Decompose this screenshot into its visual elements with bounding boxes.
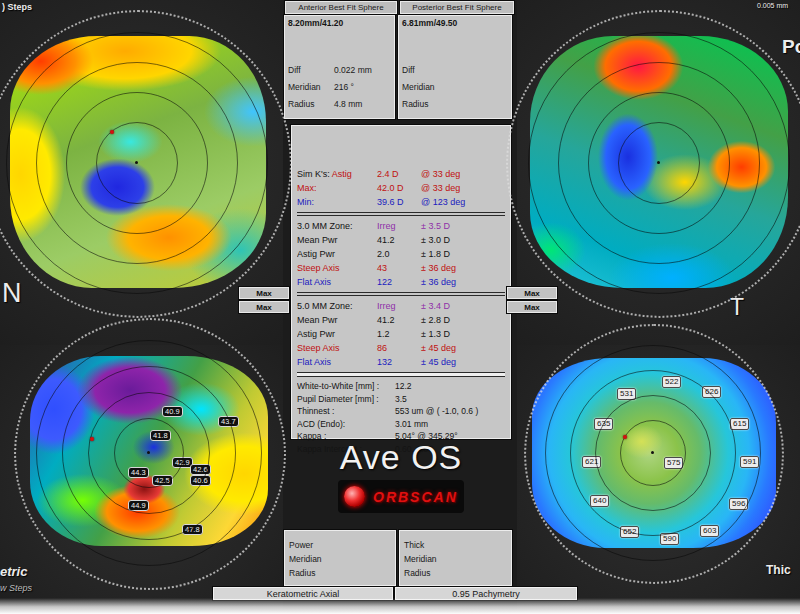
fit-row: Meridian216 ° [284, 78, 395, 95]
stats-row: Steep Axis43± 36 deg [297, 261, 505, 275]
anterior-elevation-map [10, 36, 266, 288]
scale-label: 0.005 mm [757, 2, 788, 9]
posterior-corner-label: Po [782, 36, 800, 58]
orbscan-sphere-icon [344, 486, 365, 507]
stats-panel: Sim K's: Astig2.4 D@ 33 degMax:42.0 D@ 3… [290, 124, 512, 440]
pachymetry-value-pill: 621 [582, 456, 601, 468]
stats-row: Max:42.0 D@ 33 deg [297, 181, 505, 195]
info-row: White-to-White [mm] :12.2 [297, 380, 505, 393]
pachymetry-map: 531522626635615621575591640596652590603 [532, 358, 776, 548]
stats-row: Mean Pwr41.2± 3.0 D [297, 233, 505, 247]
fit-row: Diff0.022 mm [284, 61, 395, 78]
temporal-label: T [730, 294, 744, 321]
pachymetry-value-pill: 531 [617, 388, 636, 400]
keratometric-value-pill: 42.5 [152, 475, 173, 486]
keratometric-value-pill: 42.6 [190, 464, 211, 475]
map-center-dot [147, 451, 150, 454]
pachymetry-value-pill: 522 [662, 376, 681, 388]
max-button-anterior-2[interactable]: Max [238, 300, 290, 314]
anterior-fit-title: 8.20mm/41.20 [288, 18, 343, 28]
stats-row: 3.0 MM Zone:Irreg± 3.5 D [297, 219, 505, 233]
fit-row: Diff [398, 61, 512, 78]
info-row: Thinnest :553 um @ ( -1.0, 0.6 ) [297, 405, 505, 418]
exam-eye-label: Ave OS [290, 438, 512, 477]
pachymetry-value-pill: 626 [702, 386, 721, 398]
anterior-best-fit-sphere-button[interactable]: Anterior Best Fit Sphere [284, 0, 398, 15]
footer-box-row: Thick [399, 538, 512, 552]
max-button-posterior-1[interactable]: Max [506, 286, 558, 300]
fixation-dot [110, 130, 114, 134]
zone5-section: 5.0 MM Zone:Irreg± 3.4 DMean Pwr41.2± 2.… [297, 299, 505, 369]
simk-section: Sim K's: Astig2.4 D@ 33 degMax:42.0 D@ 3… [297, 167, 505, 209]
max-button-posterior-2[interactable]: Max [506, 300, 558, 314]
pachymetry-value-pill: 652 [620, 526, 639, 538]
zone3-section: 3.0 MM Zone:Irreg± 3.5 DMean Pwr41.2± 3.… [297, 219, 505, 289]
posterior-best-fit-sphere-button[interactable]: Posterior Best Fit Sphere [399, 0, 515, 15]
power-box: PowerMeridianRadius [283, 529, 397, 587]
stats-row: Mean Pwr41.2± 2.8 D [297, 313, 505, 327]
max-button-anterior-1[interactable]: Max [238, 286, 290, 300]
keratometric-value-pill: 44.3 [128, 467, 149, 478]
pachymetry-value-pill: 596 [729, 498, 748, 510]
info-row: Pupil Diameter [mm] :3.5 [297, 393, 505, 406]
bottom-fade [0, 598, 800, 614]
stats-row: Flat Axis132± 45 deg [297, 355, 505, 369]
pachymetry-value-pill: 591 [740, 456, 759, 468]
footer-box-row: Meridian [284, 552, 396, 566]
orbscan-logo: ORBSCAN [338, 480, 464, 513]
map-center-dot [657, 161, 660, 164]
keratometric-value-pill: 43.7 [218, 416, 239, 427]
footer-box-row: Power [284, 538, 396, 552]
fit-row: Radius [398, 95, 512, 112]
fixation-dot [623, 435, 627, 439]
keratometric-value-pill: 44.9 [128, 500, 149, 511]
stats-row: Astig Pwr1.2± 1.3 D [297, 327, 505, 341]
stats-row: 5.0 MM Zone:Irreg± 3.4 D [297, 299, 505, 313]
bottom-left-map-label: etric [0, 564, 27, 579]
bottom-left-steps-label: w Steps [0, 583, 32, 593]
footer-box-row: Meridian [399, 552, 512, 566]
footer-box-row: Radius [399, 566, 512, 580]
keratometric-value-pill: 40.9 [162, 406, 183, 417]
bottom-right-thick-label: Thic [766, 563, 791, 577]
pachymetry-value-pill: 590 [660, 533, 679, 545]
nasal-label: N [2, 278, 22, 309]
map-center-dot [135, 161, 138, 164]
stats-row: Flat Axis122± 36 deg [297, 275, 505, 289]
stats-row: Min:39.6 D@ 123 deg [297, 195, 505, 209]
fit-row: Meridian [398, 78, 512, 95]
pachymetry-value-pill: 603 [700, 525, 719, 537]
keratometric-value-pill: 41.8 [150, 430, 171, 441]
fit-row: Radius4.8 mm [284, 95, 395, 112]
pachymetry-value-pill: 635 [594, 418, 613, 430]
orbscan-quadmap-screen: 40.943.741.842.944.342.542.640.644.947.8… [0, 0, 800, 614]
keratometric-value-pill: 40.6 [190, 475, 211, 486]
pachymetry-value-pill: 640 [590, 495, 609, 507]
anterior-fit-box: 8.20mm/41.20 Diff0.022 mmMeridian216 °Ra… [283, 14, 396, 120]
pachymetry-value-pill: 615 [730, 418, 749, 430]
fixation-dot [90, 437, 94, 441]
footer-box-row: Radius [284, 566, 396, 580]
keratometric-value-pill: 47.8 [182, 524, 203, 535]
stats-row: Astig Pwr2.0± 1.8 D [297, 247, 505, 261]
orbscan-logo-text: ORBSCAN [373, 489, 458, 505]
pachymetry-value-pill: 575 [664, 457, 683, 469]
map-center-dot [651, 451, 654, 454]
stats-row: Sim K's: Astig2.4 D@ 33 deg [297, 167, 505, 181]
posterior-fit-box: 6.81mm/49.50 DiffMeridianRadius [397, 14, 513, 120]
thick-box: ThickMeridianRadius [398, 529, 513, 587]
top-left-steps-label: ) Steps [2, 2, 32, 12]
stats-row: Steep Axis86± 45 deg [297, 341, 505, 355]
info-row: ACD (Endo):3.01 mm [297, 418, 505, 431]
posterior-fit-title: 6.81mm/49.50 [402, 18, 457, 28]
